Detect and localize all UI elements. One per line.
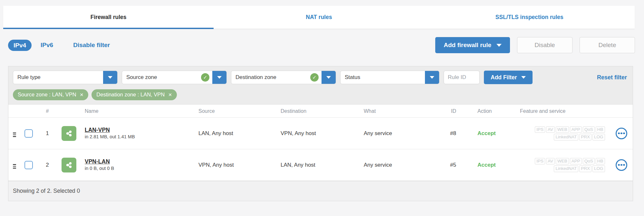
delete-button[interactable]: Delete [580, 37, 635, 53]
chevron-down-icon [430, 76, 434, 79]
add-filter-button[interactable]: Add Filter [484, 71, 533, 84]
header-number: # [38, 108, 57, 114]
remove-chip-icon[interactable]: ✕ [168, 93, 172, 97]
feature-badge: IPS [535, 158, 545, 165]
rule-what: Any service [359, 162, 439, 168]
filter-chip-text: Destination zone : LAN, VPN [96, 92, 165, 98]
feature-badge: IPS [535, 126, 545, 133]
feature-badge: AV [546, 126, 555, 133]
rule-destination: LAN, Any host [276, 162, 359, 168]
header-name: Name [57, 108, 194, 114]
header-action: Action [468, 108, 504, 114]
header-id: ID [439, 108, 468, 114]
source-zone-label: Source zone [126, 74, 157, 81]
rule-id: #8 [439, 130, 468, 137]
rule-destination: VPN, Any host [276, 130, 359, 137]
rule-action: Accept [468, 162, 504, 168]
disable-filter-link[interactable]: Disable filter [73, 42, 110, 49]
rule-traffic-stats: in 2.81 MB, out 1.41 MB [85, 134, 135, 139]
feature-badge: APP [570, 158, 582, 165]
feature-badges: IPSAVWEBAPPQoSHB LinkedNATPRXLOG [504, 157, 610, 172]
tab-nat-rules[interactable]: NAT rules [214, 6, 424, 29]
feature-badge: LinkedNAT [554, 165, 578, 172]
filter-section: Rule type Source zone ✓ Destination zone… [8, 66, 633, 105]
source-zone-dropdown[interactable]: Source zone ✓ [122, 71, 227, 84]
row-number: 1 [38, 130, 57, 137]
drag-handle-icon[interactable] [12, 163, 17, 170]
header-feature-and-service: Feature and service [504, 108, 610, 114]
rule-type-dropdown[interactable]: Rule type [13, 71, 118, 84]
header-what: What [359, 108, 439, 114]
row-menu-ellipsis-icon[interactable] [616, 128, 627, 139]
reset-filter-link[interactable]: Reset filter [597, 74, 628, 81]
rule-action: Accept [468, 130, 504, 137]
chevron-down-icon [326, 76, 331, 79]
rule-name-link[interactable]: LAN-VPN [85, 127, 110, 133]
destination-zone-dropdown[interactable]: Destination zone ✓ [231, 71, 336, 84]
rule-name-link[interactable]: VPN-LAN [85, 158, 110, 165]
toolbar: IPv4 IPv6 Disable filter Add firewall ru… [8, 36, 639, 54]
tab-firewall-rules[interactable]: Firewall rules [3, 6, 214, 29]
feature-badge: LOG [592, 165, 605, 172]
header-source: Source [194, 108, 276, 114]
rule-type-label: Rule type [17, 74, 41, 81]
remove-chip-icon[interactable]: ✕ [80, 93, 84, 97]
destination-zone-label: Destination zone [235, 74, 276, 81]
source-zone-dropdown-button[interactable] [212, 71, 226, 84]
feature-badge: AV [546, 158, 555, 165]
row-checkbox[interactable] [24, 161, 33, 169]
showing-summary: Showing 2 of 2. Selected 0 [13, 188, 80, 194]
destination-zone-dropdown-button[interactable] [322, 71, 336, 84]
feature-badge: QoS [583, 126, 595, 133]
row-menu-ellipsis-icon[interactable] [616, 159, 627, 171]
chevron-down-icon [521, 76, 526, 79]
feature-badge: HB [596, 158, 605, 165]
table-row: 2 VPN-LAN in 0 B, out 0 B VPN, Any host … [8, 149, 633, 181]
status-dropdown[interactable]: Status [340, 71, 439, 84]
filter-chip-destination-zone: Destination zone : LAN, VPN ✕ [91, 89, 177, 100]
check-circle-icon: ✓ [201, 73, 209, 82]
rule-status-share-icon [62, 158, 76, 172]
row-number: 2 [38, 162, 57, 168]
feature-badge: PRX [579, 165, 591, 172]
add-filter-label: Add Filter [491, 74, 517, 81]
header-destination: Destination [276, 108, 359, 114]
table-footer: Showing 2 of 2. Selected 0 [8, 181, 633, 201]
check-circle-icon: ✓ [310, 73, 319, 82]
rule-source: VPN, Any host [194, 162, 276, 168]
feature-badges: IPSAVWEBAPPQoSHB LinkedNATPRXLOG [504, 126, 610, 141]
table-row: 1 LAN-VPN in 2.81 MB, out 1.41 MB LAN, A… [8, 118, 633, 149]
rule-what: Any service [359, 130, 439, 137]
rule-id: #5 [439, 162, 468, 168]
status-label: Status [345, 74, 360, 81]
firewall-rules-panel: Rule type Source zone ✓ Destination zone… [8, 66, 633, 201]
rule-traffic-stats: in 0 B, out 0 B [85, 166, 114, 171]
filter-chip-source-zone: Source zone : LAN, VPN ✕ [13, 89, 88, 100]
feature-badge: LOG [592, 134, 605, 141]
ipv4-toggle[interactable]: IPv4 [8, 40, 32, 51]
feature-badge: APP [570, 126, 582, 133]
rule-type-dropdown-button[interactable] [103, 71, 117, 84]
feature-badge: WEB [556, 126, 569, 133]
ipv6-toggle[interactable]: IPv6 [41, 42, 53, 49]
feature-badge: WEB [556, 158, 569, 165]
feature-badge: PRX [579, 134, 591, 141]
add-firewall-rule-button[interactable]: Add firewall rule [435, 37, 510, 53]
filter-chip-row: Source zone : LAN, VPN ✕ Destination zon… [13, 89, 628, 100]
filter-chip-text: Source zone : LAN, VPN [18, 92, 76, 98]
chevron-down-icon [108, 76, 112, 79]
tab-ssl-tls-inspection-rules[interactable]: SSL/TLS inspection rules [424, 6, 635, 29]
disable-button[interactable]: Disable [517, 37, 572, 53]
row-checkbox[interactable] [24, 129, 33, 138]
drag-handle-icon[interactable] [12, 131, 17, 138]
chevron-down-icon [217, 76, 222, 79]
rule-source: LAN, Any host [194, 130, 276, 137]
rule-id-input[interactable] [444, 71, 480, 84]
toolbar-actions: Add firewall rule Disable Delete [435, 37, 639, 53]
table-header: # Name Source Destination What ID Action… [8, 105, 633, 118]
tab-bar: Firewall rules NAT rules SSL/TLS inspect… [3, 6, 635, 29]
feature-badge: QoS [583, 158, 595, 165]
status-dropdown-button[interactable] [425, 71, 439, 84]
filter-row: Rule type Source zone ✓ Destination zone… [13, 71, 628, 84]
rule-status-share-icon [62, 126, 76, 141]
